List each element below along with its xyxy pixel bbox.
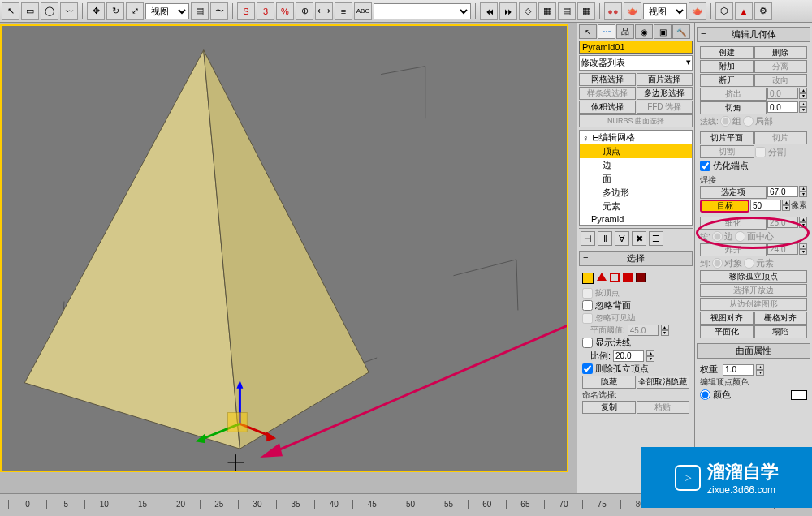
curve-icon[interactable]: 〜	[210, 2, 228, 20]
weld-sel-input[interactable]	[767, 186, 798, 197]
command-tabs: ↖ 〰 品 ◉ ▣ 🔨	[579, 24, 693, 39]
detach-button: 分离	[754, 60, 808, 73]
weld-target-input[interactable]	[750, 200, 781, 211]
hide-button[interactable]: 隐藏	[582, 376, 636, 389]
rotate-icon[interactable]: ↻	[106, 2, 124, 20]
chamfer-input[interactable]	[767, 101, 798, 113]
mesh-select-button[interactable]: 网格选择	[579, 73, 636, 86]
motion-tab-icon[interactable]: ◉	[635, 24, 653, 39]
stack-edit-mesh[interactable]: ♀⊟ 编辑网格	[580, 131, 692, 144]
grid-align-button[interactable]: 栅格对齐	[754, 312, 808, 325]
chamfer-button[interactable]: 切角	[700, 101, 767, 114]
delete-button[interactable]: 删除	[754, 46, 808, 59]
slice-plane-button[interactable]: 切片平面	[700, 131, 754, 144]
planar-button[interactable]: 平面化	[700, 325, 754, 338]
stack-polygon[interactable]: 多边形	[580, 186, 692, 200]
vol-select-button[interactable]: 体积选择	[579, 101, 636, 114]
stack-pyramid[interactable]: Pyramid	[580, 213, 692, 225]
break-button[interactable]: 断开	[700, 74, 754, 87]
paste-button: 粘贴	[637, 401, 690, 414]
select-icon[interactable]: ↖	[2, 2, 19, 20]
copy-button[interactable]: 复制	[582, 401, 636, 414]
show-result-icon[interactable]: Ⅱ	[598, 231, 612, 246]
modifier-stack[interactable]: ♀⊟ 编辑网格 顶点 边 面 多边形 元素 Pyramid	[579, 130, 693, 226]
stack-tools: ⊣ Ⅱ ∀ ✖ ☰	[579, 228, 693, 248]
viewport-dropdown-1[interactable]: 视图	[145, 3, 189, 19]
element-subobj-icon[interactable]	[636, 273, 646, 282]
face-select-button[interactable]: 面片选择	[637, 73, 693, 86]
viewport-dropdown-2[interactable]: 视图	[643, 3, 687, 19]
selection-rollout-header[interactable]: 选择	[579, 251, 693, 266]
create-button[interactable]: 创建	[700, 46, 754, 59]
view-align-button[interactable]: 视图对齐	[700, 312, 754, 325]
stack-edge[interactable]: 边	[580, 158, 692, 172]
layers2-icon[interactable]: ▤	[558, 2, 576, 20]
hierarchy-tab-icon[interactable]: 品	[616, 24, 634, 39]
refine-checkbox[interactable]	[700, 161, 710, 171]
delete-iso-checkbox[interactable]	[582, 363, 593, 374]
unhide-button[interactable]: 全部取消隐藏	[637, 376, 690, 389]
attach-button[interactable]: 附加	[700, 60, 754, 73]
named-sel-dropdown[interactable]	[374, 3, 471, 19]
vertex-subobj-icon[interactable]	[582, 273, 594, 284]
modify-tab-icon[interactable]: 〰	[598, 24, 615, 39]
object-name-field[interactable]	[579, 41, 693, 54]
poly-subobj-icon[interactable]	[623, 273, 633, 282]
svg-line-4	[453, 260, 516, 276]
weld-selected-button[interactable]: 选定项	[700, 186, 767, 199]
color-radio[interactable]	[700, 389, 710, 400]
stack-face[interactable]: 面	[580, 172, 692, 186]
schematic-icon[interactable]: ▦	[538, 2, 556, 20]
make-unique-icon[interactable]: ∀	[615, 231, 629, 246]
stack-element[interactable]: 元素	[580, 200, 692, 213]
snap-icon[interactable]: S	[237, 2, 255, 20]
edge-subobj-icon[interactable]	[597, 273, 607, 281]
angle-snap-icon[interactable]: 3	[257, 2, 274, 20]
box-icon[interactable]: ⬡	[715, 2, 733, 20]
config-icon[interactable]: ⚙	[754, 2, 772, 20]
rect-select-icon[interactable]: ▭	[21, 2, 39, 20]
perspective-viewport[interactable]	[0, 24, 568, 472]
scale-icon[interactable]: ⤢	[126, 2, 144, 20]
configure-icon[interactable]: ☰	[649, 231, 663, 246]
mirror-icon[interactable]: ⟷	[315, 2, 333, 20]
spinner-snap-icon[interactable]: ⊕	[296, 2, 313, 20]
display-tab-icon[interactable]: ▣	[654, 24, 672, 39]
poly-select-button[interactable]: 多边形选择	[637, 87, 693, 100]
pin-stack-icon[interactable]: ⊣	[581, 231, 595, 246]
lasso-icon[interactable]: 〰	[60, 2, 78, 20]
modifier-list-dropdown[interactable]: 修改器列表▾	[579, 55, 693, 71]
remove-iso-button[interactable]: 移除孤立顶点	[700, 270, 807, 283]
move-icon[interactable]: ✥	[87, 2, 105, 20]
percent-snap-icon[interactable]: %	[276, 2, 294, 20]
show-normals-checkbox[interactable]	[582, 338, 593, 348]
pyramid-icon[interactable]: ▲	[735, 2, 753, 20]
scale-input[interactable]	[613, 350, 644, 362]
eraser-icon[interactable]: ◇	[519, 2, 537, 20]
remove-mod-icon[interactable]: ✖	[632, 231, 646, 246]
utility-tab-icon[interactable]: 🔨	[672, 24, 690, 39]
circle-select-icon[interactable]: ◯	[41, 2, 58, 20]
teapot-icon[interactable]: 🫖	[689, 2, 706, 20]
align-icon[interactable]: ≡	[335, 2, 352, 20]
stack-vertex[interactable]: 顶点	[580, 144, 692, 158]
select-tab-icon[interactable]: ↖	[579, 24, 597, 39]
prev-icon[interactable]: ⏮	[480, 2, 498, 20]
weld-target-button[interactable]: 目标	[700, 200, 749, 213]
render-icon[interactable]: 🫖	[624, 2, 641, 20]
named-icon[interactable]: ABC	[354, 2, 372, 20]
surface-props-header[interactable]: 曲面属性	[697, 343, 810, 359]
weight-input[interactable]	[723, 364, 754, 376]
ignore-backface-checkbox[interactable]	[582, 300, 593, 311]
edit-geom-header[interactable]: 编辑几何体	[697, 27, 810, 42]
weld-label: 焊接	[700, 174, 807, 186]
layers-icon[interactable]: ▤	[191, 2, 209, 20]
material-icon[interactable]: ●●	[604, 2, 622, 20]
face-subobj-icon[interactable]	[610, 273, 620, 282]
by-face-radio	[735, 231, 745, 242]
layer-mgr-icon[interactable]: ▦	[577, 2, 595, 20]
selection-rollout: 按顶点 忽略背面 忽略可见边 平面阈值:▴▾ 显示法线 比例:▴▾ 删除孤立顶点…	[579, 269, 693, 416]
collapse-button[interactable]: 塌陷	[754, 325, 808, 338]
color-swatch[interactable]	[791, 390, 807, 400]
next-icon[interactable]: ⏭	[499, 2, 517, 20]
